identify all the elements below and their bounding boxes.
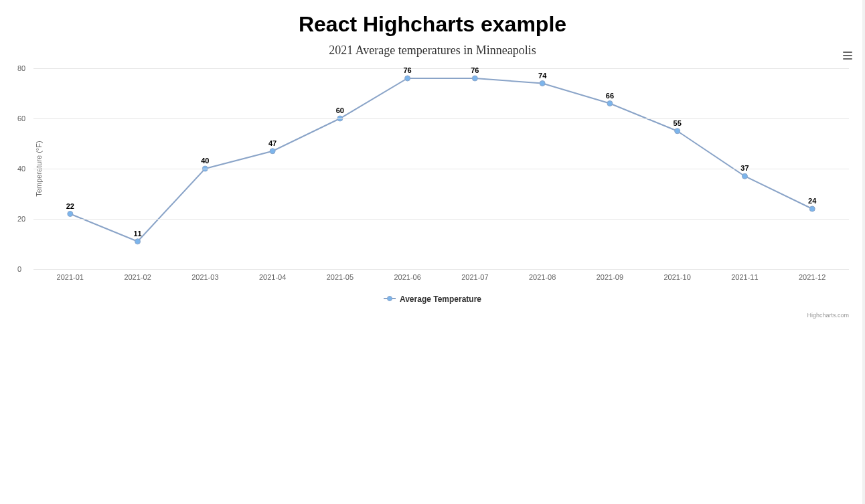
gridline: [33, 169, 849, 169]
y-tick-label: 0: [17, 265, 21, 273]
y-tick-label: 60: [17, 114, 25, 122]
x-tick-label: 2021-01: [57, 273, 84, 281]
data-point[interactable]: [607, 101, 613, 106]
x-tick-label: 2021-10: [663, 273, 690, 281]
chart-title: 2021 Average temperatures in Minneapolis: [7, 44, 858, 58]
data-point[interactable]: [405, 76, 410, 81]
legend[interactable]: Average Temperature: [7, 295, 858, 305]
gridline: [33, 118, 849, 119]
credits-link[interactable]: Highcharts.com: [807, 312, 849, 319]
data-point[interactable]: [135, 239, 141, 244]
x-axis: 2021-012021-022021-032021-042021-052021-…: [33, 269, 849, 285]
y-tick-label: 40: [17, 165, 25, 173]
x-tick-label: 2021-02: [124, 273, 151, 281]
data-point[interactable]: [472, 76, 477, 81]
x-tick-label: 2021-11: [731, 273, 758, 281]
chart-context-menu-button[interactable]: [840, 48, 856, 64]
data-point[interactable]: [742, 173, 747, 179]
data-point[interactable]: [540, 81, 545, 86]
series-line: [70, 78, 812, 242]
x-tick-label: 2021-04: [259, 273, 286, 281]
data-point[interactable]: [68, 212, 73, 217]
x-tick-label: 2021-08: [529, 273, 556, 281]
x-tick-label: 2021-09: [597, 273, 623, 281]
plot-area: Temperature (°F) 02040608022114047607676…: [33, 68, 849, 269]
svg-point-1: [387, 297, 392, 301]
chart-container: 2021 Average temperatures in Minneapolis…: [7, 44, 858, 305]
legend-marker-icon: [384, 295, 396, 305]
y-tick-label: 80: [17, 64, 25, 72]
legend-item-label: Average Temperature: [400, 295, 481, 304]
data-point[interactable]: [675, 129, 680, 134]
x-tick-label: 2021-03: [191, 273, 218, 281]
x-tick-label: 2021-07: [461, 273, 488, 281]
x-tick-label: 2021-12: [799, 273, 825, 281]
data-point[interactable]: [270, 149, 275, 154]
x-tick-label: 2021-05: [327, 273, 353, 281]
scrollbar-track: [862, 0, 865, 504]
y-tick-label: 20: [17, 215, 25, 223]
x-tick-label: 2021-06: [394, 273, 420, 281]
hamburger-icon: [843, 52, 852, 53]
gridline: [33, 219, 849, 220]
gridline: [33, 68, 849, 69]
data-point[interactable]: [809, 206, 815, 212]
page-title: React Highcharts example: [0, 12, 865, 37]
